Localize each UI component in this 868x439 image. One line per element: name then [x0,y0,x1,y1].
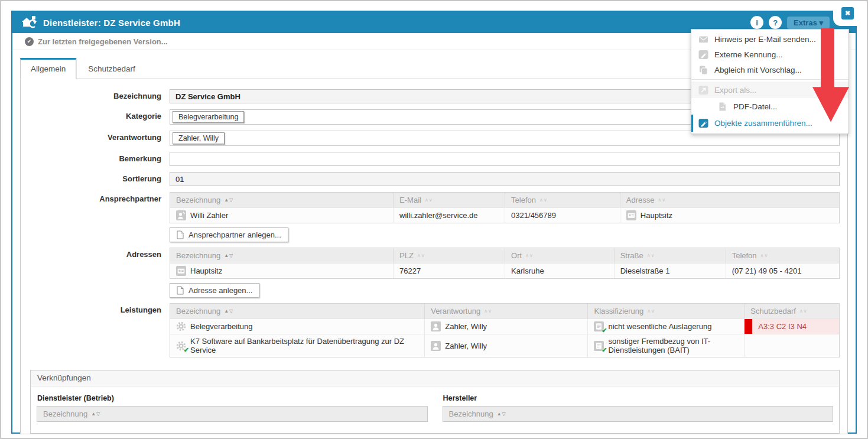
classification-doc-icon: ✔ [594,321,604,331]
info-icon[interactable]: i [750,16,763,29]
copy-icon [698,65,708,75]
envelope-icon [698,34,708,44]
dienstleister-betrieb-table-header[interactable]: Bezeichnung ▲▽ [37,406,428,422]
service-gear-icon [176,321,186,331]
sort-icon: ▲▽ [91,411,100,417]
schutzbedarf-red-indicator [745,319,752,334]
ansprechpartner-label: Ansprechpartner [21,192,170,203]
table-row[interactable]: Belegverarbeitung Zahler, Willy [170,318,839,334]
export-icon [698,85,708,95]
dienstleister-window: Dienstleister: DZ Service GmbH i ? Extra… [11,11,857,434]
menu-item-pdf-datei[interactable]: PDF-Datei... [691,98,849,115]
person-icon [431,341,441,351]
col-header-email[interactable]: E-Mail∧∨ [394,193,505,207]
menu-item-externe-kennung[interactable]: Externe Kennung... [691,47,849,62]
help-icon[interactable]: ? [769,16,782,29]
leistungen-label: Leistungen [21,303,170,314]
sort-icon: ▲▽ [224,308,233,314]
col-header-schutzbedarf[interactable]: Schutzbedarf∧∨ [745,304,839,318]
sort-icon: ∧∨ [658,197,667,203]
leistungen-table: Bezeichnung▲▽ Verantwortung∧∨ Klassifizi… [170,303,840,357]
dienstleister-betrieb-label: Dienstleister (Betrieb) [37,394,428,402]
sort-icon: ∧∨ [647,308,655,314]
hersteller-label: Hersteller [443,394,834,402]
table-row[interactable]: ✔ K7 Software auf Bankarbeitsplatz für D… [170,334,839,357]
col-header-bezeichnung[interactable]: Bezeichnung▲▽ [170,193,394,207]
verknuepfungen-section: Verknüpfungen Dienstleister (Betrieb) Be… [30,370,840,434]
sort-icon: ∧∨ [647,253,655,258]
sort-icon: ∧∨ [760,253,769,258]
address-icon [626,210,636,220]
table-row[interactable]: Hauptsitz 76227 Karlsruhe Dieselstraße 1… [170,263,839,278]
menu-item-objekte-zusammenfuehren[interactable]: Objekte zusammenführen... [691,115,849,132]
sort-icon: ∧∨ [484,308,492,314]
kategorie-chip[interactable]: Belegverarbeitung [173,111,244,123]
adresse-anlegen-button[interactable]: Adresse anlegen... [170,283,259,298]
pdf-file-icon [717,102,727,112]
edit-square-icon [698,50,708,60]
adressen-label: Adressen [21,248,170,259]
address-icon [176,266,186,276]
col-header-ort[interactable]: Ort∧∨ [505,248,615,263]
adressen-table: Bezeichnung▲▽ PLZ∧∨ Ort∧∨ Straße∧∨ Telef… [170,248,840,279]
titlebar-actions: i ? Extras ▾ [750,16,830,29]
verantwortung-label: Verantwortung [21,131,170,142]
sort-icon: ∧∨ [425,197,433,203]
menu-separator [691,79,849,80]
menu-item-export-als: Export als... [691,82,849,98]
classification-doc-icon: ✔ [594,341,604,351]
page-title: Dienstleister: DZ Service GmbH [43,18,750,28]
bemerkung-field[interactable] [170,152,840,166]
sort-icon: ∧∨ [417,253,425,258]
bemerkung-label: Bemerkung [21,152,170,163]
check-circle-icon: ✔ [25,37,34,46]
col-header-telefon[interactable]: Telefon∧∨ [505,193,620,207]
sort-icon: ▲▽ [224,197,233,203]
menu-item-abgleich-vorschlag[interactable]: Abgleich mit Vorschlag... [691,62,849,77]
sort-icon: ▲▽ [224,253,233,258]
hersteller-table-header[interactable]: Bezeichnung ▲▽ [443,406,834,422]
col-header-bezeichnung[interactable]: Bezeichnung▲▽ [170,304,425,318]
ansprechpartner-anlegen-button[interactable]: Ansprechpartner anlegen... [170,227,288,242]
col-header-klassifizierung[interactable]: Klassifizierung∧∨ [588,304,745,318]
green-check-icon: ✔ [184,346,189,354]
tab-allgemein[interactable]: Allgemein [20,58,76,79]
merge-objects-icon [698,118,708,128]
menu-item-hinweis-email[interactable]: Hinweis per E-Mail senden... [691,31,849,47]
close-icon[interactable]: ✖ [841,7,854,19]
col-header-verantwortung[interactable]: Verantwortung∧∨ [425,304,588,318]
sort-icon: ∧∨ [799,308,808,314]
col-header-strasse[interactable]: Straße∧∨ [615,248,726,263]
contact-icon [176,210,186,220]
col-header-plz[interactable]: PLZ∧∨ [394,248,505,263]
sort-icon: ▲▽ [497,411,506,417]
green-check-icon: ✔ [602,346,607,354]
extras-button[interactable]: Extras ▾ [787,17,830,29]
sort-icon: ∧∨ [525,253,534,258]
outer-frame: Dienstleister: DZ Service GmbH i ? Extra… [0,0,868,439]
col-header-bezeichnung[interactable]: Bezeichnung▲▽ [170,248,394,263]
new-document-icon [177,286,184,295]
sort-icon: ∧∨ [539,197,548,203]
new-document-icon [177,230,184,239]
schutzbedarf-cell: A3:3 C2 I3 N4 [745,319,839,334]
person-icon [431,321,441,331]
verknuepfungen-title: Verknüpfungen [31,370,839,386]
kategorie-label: Kategorie [21,109,170,121]
service-gear-icon: ✔ [176,341,186,351]
table-row[interactable]: Willi Zahler willi.zahler@service.de 032… [170,207,839,223]
bezeichnung-label: Bezeichnung [21,89,170,100]
col-header-adresse[interactable]: Adresse∧∨ [620,193,839,207]
sortierung-label: Sortierung [21,172,170,183]
extras-dropdown-menu: Hinweis per E-Mail senden... Externe Ken… [691,29,849,134]
dienstleister-icon [21,15,38,30]
col-header-telefon[interactable]: Telefon∧∨ [726,248,839,263]
tab-schutzbedarf[interactable]: Schutzbedarf [76,58,147,79]
verantwortung-chip[interactable]: Zahler, Willy [173,132,225,144]
ansprechpartner-table: Bezeichnung▲▽ E-Mail∧∨ Telefon∧∨ Adresse… [170,192,840,223]
last-released-version-link[interactable]: Zur letzten freigegebenen Version... [38,37,168,46]
sortierung-field[interactable] [170,172,840,186]
green-check-icon: ✔ [602,327,607,334]
